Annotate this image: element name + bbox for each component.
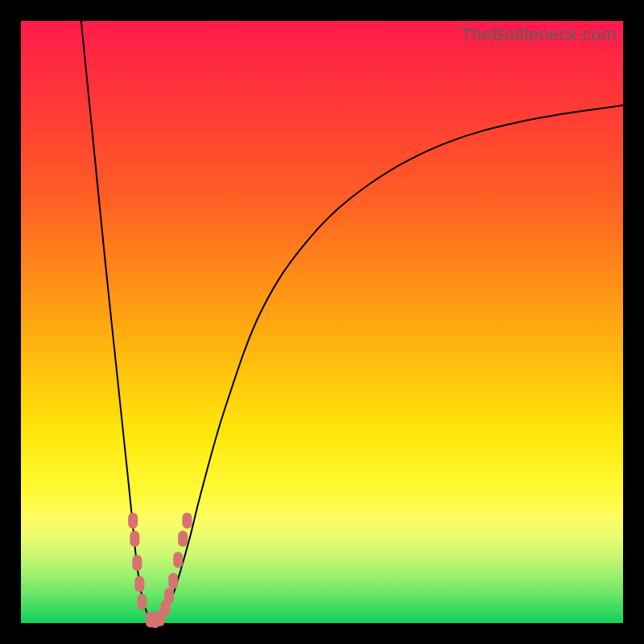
chart-frame: TheBottleneck.com	[0, 0, 644, 644]
curve-marker	[128, 513, 138, 529]
curve-marker	[132, 555, 142, 571]
curve-markers	[128, 513, 192, 628]
curve-marker	[173, 551, 183, 568]
curve-marker	[178, 530, 188, 547]
curve-right-branch	[159, 105, 623, 621]
curve-left-branch	[81, 21, 151, 620]
curve-marker	[130, 530, 139, 547]
curve-marker	[137, 594, 147, 610]
curve-marker	[134, 576, 144, 592]
curve-marker	[182, 513, 192, 529]
plot-area: TheBottleneck.com	[21, 21, 623, 623]
curve-marker	[168, 573, 178, 589]
bottleneck-curve-svg	[21, 21, 623, 623]
curve-marker	[164, 588, 174, 604]
